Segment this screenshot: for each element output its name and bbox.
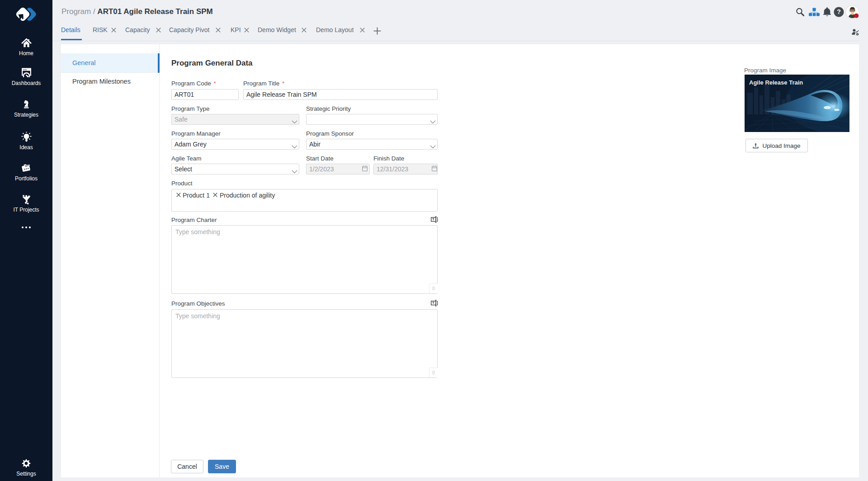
svg-text:Agile Release Train: Agile Release Train — [749, 79, 803, 86]
svg-text:?: ? — [837, 8, 841, 15]
